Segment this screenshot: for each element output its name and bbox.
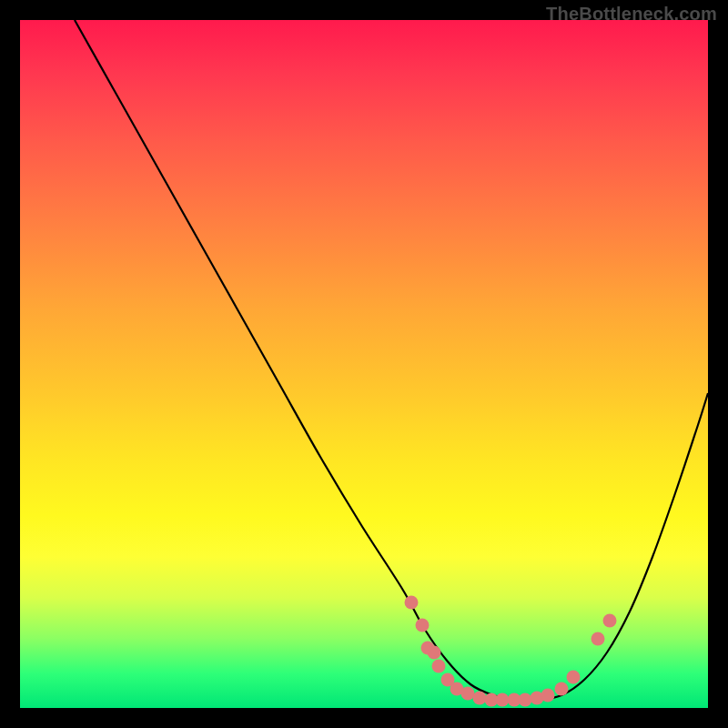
marker-dot [592,632,605,646]
bottleneck-curve [75,20,708,701]
marker-dot [473,692,487,705]
marker-dot [428,646,441,660]
marker-dot [519,693,532,707]
watermark-text: TheBottleneck.com [546,4,717,25]
marker-dot [541,689,555,703]
marker-dot [405,596,419,610]
marker-dot [603,614,617,628]
chart-svg [20,20,708,708]
chart-frame [20,20,708,708]
marker-dot [432,660,446,673]
marker-dot [416,619,430,632]
marker-dot [496,693,510,707]
marker-dot [567,671,581,684]
marker-dot [555,682,569,696]
marker-group [405,596,617,707]
marker-dot [461,687,475,701]
